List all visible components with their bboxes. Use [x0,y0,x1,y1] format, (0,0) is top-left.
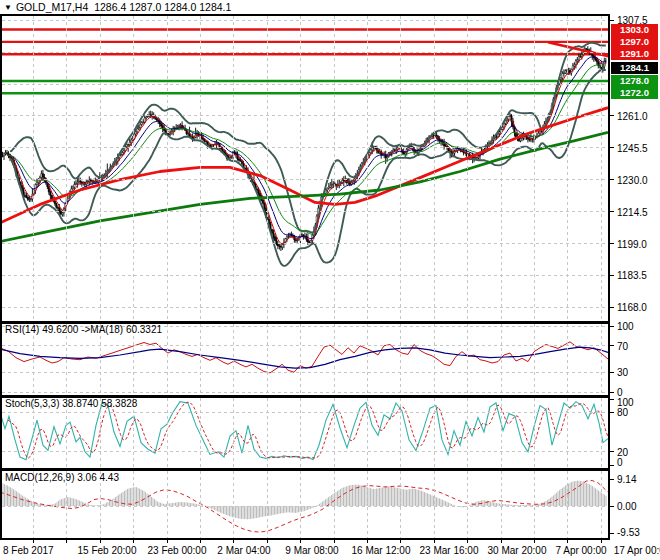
macd-indicator-label: MACD(12,26,9) 3.06 4.43 [5,472,119,483]
chart-title-bar: ▼GOLD_M17,H4 1286.4 1287.0 1284.0 1284.1 [4,1,231,13]
ohlc-readout: 1286.4 1287.0 1284.0 1284.1 [94,1,231,13]
chart-window: ▼GOLD_M17,H4 1286.4 1287.0 1284.0 1284.1… [0,0,660,560]
symbol-period-label: GOLD_M17,H4 [16,1,88,13]
stochastic-indicator-label: Stoch(5,3,3) 38.8740 58.3828 [5,398,137,409]
chevron-down-icon[interactable]: ▼ [4,3,12,12]
rsi-indicator-label: RSI(14) 49.6200 ->MA(18) 60.3321 [5,324,162,335]
